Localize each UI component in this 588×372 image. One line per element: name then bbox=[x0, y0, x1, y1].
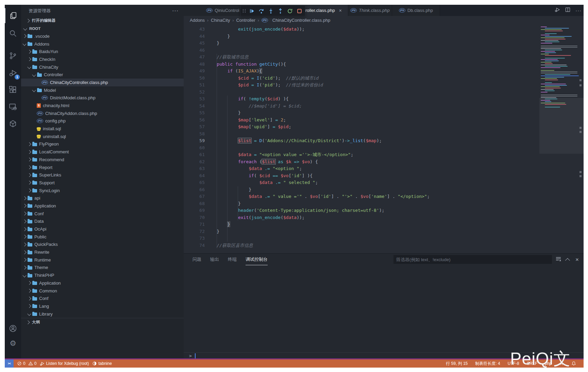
outline-section[interactable]: 大纲 bbox=[21, 318, 184, 326]
activity-settings-icon[interactable]: ⚙ bbox=[5, 336, 21, 351]
tree-folder-ThinkPHP[interactable]: ThinkPHP bbox=[21, 271, 184, 279]
tree-folder-.vscode[interactable]: .vscode bbox=[21, 32, 184, 40]
tree-folder-Conf[interactable]: Conf bbox=[21, 210, 184, 218]
clear-console-icon[interactable] bbox=[556, 256, 561, 263]
continue-button[interactable] bbox=[247, 6, 256, 15]
tab-Think.class.php[interactable]: phpThink.class.php bbox=[348, 5, 392, 16]
cursor-position[interactable]: 行 59, 列 15 bbox=[446, 361, 468, 367]
chevron-right-icon bbox=[26, 19, 30, 22]
code-line-50: 50 $cid = I('cid'); //默认的城市id bbox=[184, 75, 584, 82]
tree-file-install.sql[interactable]: install.sql bbox=[21, 125, 184, 133]
breadcrumb-item[interactable]: Addons bbox=[190, 18, 205, 23]
panel-tab-输出[interactable]: 输出 bbox=[210, 256, 219, 263]
step-into-button[interactable] bbox=[266, 6, 275, 15]
close-tab-icon[interactable]: × bbox=[339, 8, 342, 13]
split-editor-icon[interactable] bbox=[565, 7, 571, 14]
step-over-button[interactable] bbox=[257, 6, 266, 15]
tree-folder-api[interactable]: api bbox=[21, 194, 184, 202]
more-actions-icon[interactable]: ··· bbox=[575, 7, 582, 13]
activity-extensions-icon[interactable] bbox=[5, 82, 21, 97]
tree-folder-Model[interactable]: Model bbox=[21, 86, 184, 94]
close-panel-icon[interactable]: × bbox=[575, 256, 579, 263]
code-editor[interactable]: 43 exit(json_encode($data));44 }45 }4647… bbox=[184, 24, 584, 253]
activity-package-icon[interactable] bbox=[5, 116, 21, 131]
panel-tab-问题[interactable]: 问题 bbox=[192, 256, 201, 263]
activity-remote-explorer-icon[interactable] bbox=[5, 99, 21, 114]
tree-folder-ChinaCity[interactable]: ChinaCity bbox=[21, 63, 184, 71]
code-line-72: 72 } bbox=[184, 228, 584, 235]
problems-status[interactable]: 0 0 bbox=[17, 361, 36, 366]
debug-console-filter-input[interactable] bbox=[393, 255, 552, 264]
tree-item-label: api bbox=[34, 196, 40, 201]
line-number: 74 bbox=[184, 242, 205, 249]
chevron-right-icon bbox=[22, 212, 26, 215]
open-editors-section[interactable]: 打开的编辑器 bbox=[21, 17, 184, 24]
panel-tab-终端[interactable]: 终端 bbox=[228, 256, 237, 263]
activity-explorer-icon[interactable] bbox=[5, 8, 22, 23]
line-number: 59 bbox=[184, 137, 205, 145]
maximize-panel-icon[interactable] bbox=[565, 258, 570, 263]
step-out-button[interactable] bbox=[276, 6, 285, 15]
run-or-debug-icon[interactable] bbox=[554, 7, 560, 14]
breadcrumb-item[interactable]: Controller bbox=[236, 18, 255, 23]
breadcrumb-item[interactable]: ChinaCity bbox=[211, 18, 230, 23]
tree-folder-Recommend[interactable]: Recommend bbox=[21, 156, 184, 164]
tree-file-DistrictModel.class.php[interactable]: phpDistrictModel.class.php bbox=[21, 94, 184, 102]
tree-folder-Application[interactable]: Application bbox=[21, 202, 184, 210]
tree-folder-BaiduYun[interactable]: BaiduYun bbox=[21, 48, 184, 55]
tree-folder-Runtime[interactable]: Runtime bbox=[21, 256, 184, 264]
activity-account-icon[interactable] bbox=[5, 321, 21, 336]
tree-folder-Application[interactable]: Application bbox=[21, 279, 184, 287]
activity-run-debug-icon[interactable]: 1 bbox=[5, 65, 21, 80]
tree-folder-Support[interactable]: Support bbox=[21, 179, 184, 187]
remote-indicator[interactable]: >< bbox=[5, 359, 14, 368]
tree-folder-Addons[interactable]: Addons bbox=[21, 40, 184, 48]
tree-item-label: Conf bbox=[34, 211, 44, 216]
activity-source-control-icon[interactable] bbox=[5, 48, 21, 63]
sidebar-more-actions[interactable]: ··· bbox=[172, 8, 179, 13]
minimap[interactable] bbox=[541, 27, 579, 108]
code-line-62: 62 foreach ($list as $k => $vo) { bbox=[184, 158, 584, 166]
tree-folder-Report[interactable]: Report bbox=[21, 164, 184, 171]
tree-folder-Conf[interactable]: Conf bbox=[21, 294, 184, 302]
tree-folder-SuperLinks[interactable]: SuperLinks bbox=[21, 171, 184, 179]
chevron-right-icon bbox=[27, 57, 31, 61]
tree-folder-FlyPigeon[interactable]: FlyPigeon bbox=[21, 140, 184, 148]
drag-handle-icon[interactable] bbox=[243, 9, 246, 13]
tree-file-ChinaCityAddon.class.php[interactable]: phpChinaCityAddon.class.php bbox=[21, 109, 184, 117]
tree-file-chinacity.html[interactable]: 5chinacity.html bbox=[21, 102, 184, 109]
indentation[interactable]: 制表符长度: 4 bbox=[475, 361, 500, 367]
line-number: 68 bbox=[184, 200, 205, 207]
panel-actions: × bbox=[556, 254, 579, 266]
tree-folder-Common[interactable]: Common bbox=[21, 287, 184, 295]
tree-folder-CheckIn[interactable]: CheckIn bbox=[21, 55, 184, 63]
tree-folder-Controller[interactable]: Controller bbox=[21, 71, 184, 79]
tree-file-uninstall.sql[interactable]: uninstall.sql bbox=[21, 133, 184, 140]
tree-file-config.php[interactable]: phpconfig.php bbox=[21, 117, 184, 125]
code-line-43: 43 exit(json_encode($data)); bbox=[184, 26, 584, 33]
breadcrumb-file[interactable]: ChinaCityController.class.php bbox=[272, 18, 331, 23]
restart-button[interactable] bbox=[285, 6, 294, 15]
root-section[interactable]: ROOT bbox=[21, 24, 184, 32]
activity-search-icon[interactable] bbox=[5, 26, 21, 41]
tree-folder-LocalComment[interactable]: LocalComment bbox=[21, 148, 184, 156]
tree-file-ChinaCityController.class.php[interactable]: phpChinaCityController.class.php bbox=[21, 79, 184, 86]
tree-folder-Library[interactable]: Library bbox=[21, 310, 184, 318]
tree-folder-Public[interactable]: Public bbox=[21, 233, 184, 241]
tabnine-status[interactable]: tabnine bbox=[92, 361, 112, 366]
tree-folder-Data[interactable]: Data bbox=[21, 218, 184, 225]
code-line-46: 46 bbox=[184, 47, 584, 54]
tree-folder-SyncLogin[interactable]: SyncLogin bbox=[21, 187, 184, 195]
tree-item-label: Common bbox=[39, 288, 57, 293]
tree-folder-Rewrite[interactable]: Rewrite bbox=[21, 248, 184, 256]
panel-header: 问题输出终端调试控制台 × bbox=[184, 254, 584, 266]
stop-button[interactable] bbox=[295, 6, 304, 15]
panel-tab-调试控制台[interactable]: 调试控制台 bbox=[246, 256, 268, 263]
tree-folder-Theme[interactable]: Theme bbox=[21, 264, 184, 272]
tree-folder-Lang[interactable]: Lang bbox=[21, 302, 184, 310]
xdebug-status[interactable]: Listen for Xdebug (root) bbox=[40, 361, 89, 366]
sidebar-title: 资源管理器 bbox=[29, 8, 51, 14]
tree-folder-QuickPacks[interactable]: QuickPacks bbox=[21, 241, 184, 249]
tree-folder-OcApi[interactable]: OcApi bbox=[21, 225, 184, 233]
tab-Db.class.php[interactable]: phpDb.class.php bbox=[392, 5, 440, 16]
